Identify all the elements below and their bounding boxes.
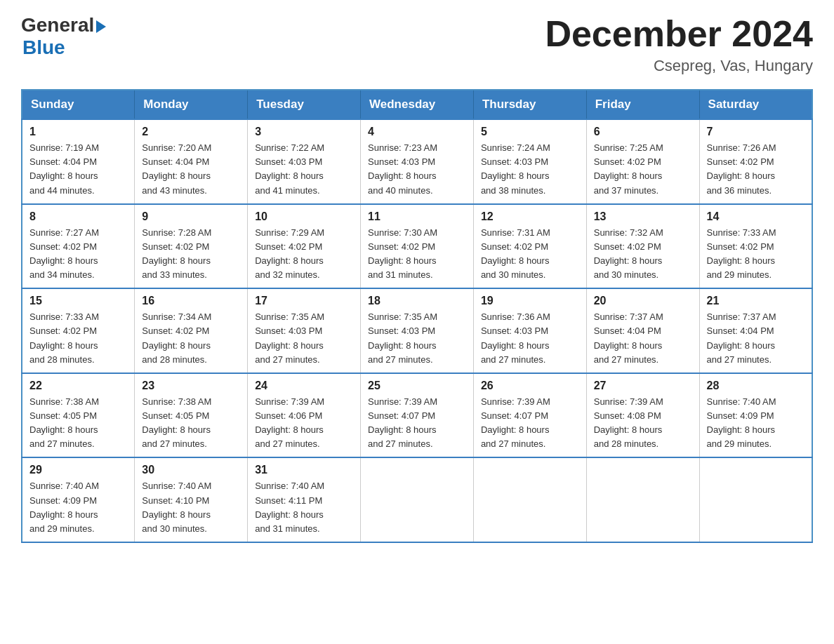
calendar-cell: 12Sunrise: 7:31 AMSunset: 4:02 PMDayligh… [473, 204, 586, 289]
day-number: 4 [368, 126, 466, 138]
calendar-cell: 4Sunrise: 7:23 AMSunset: 4:03 PMDaylight… [361, 119, 474, 204]
day-number: 10 [255, 210, 353, 223]
day-number: 2 [142, 126, 240, 138]
calendar-cell: 18Sunrise: 7:35 AMSunset: 4:03 PMDayligh… [361, 288, 474, 373]
day-info: Sunrise: 7:34 AMSunset: 4:02 PMDaylight:… [142, 310, 240, 367]
day-number: 14 [707, 210, 805, 223]
calendar-week-row: 29Sunrise: 7:40 AMSunset: 4:09 PMDayligh… [22, 457, 812, 542]
day-info: Sunrise: 7:37 AMSunset: 4:04 PMDaylight:… [707, 310, 805, 367]
calendar-table: SundayMondayTuesdayWednesdayThursdayFrid… [21, 89, 813, 543]
day-info: Sunrise: 7:31 AMSunset: 4:02 PMDaylight:… [481, 226, 579, 283]
day-info: Sunrise: 7:19 AMSunset: 4:04 PMDaylight:… [29, 141, 127, 198]
day-info: Sunrise: 7:39 AMSunset: 4:07 PMDaylight:… [368, 395, 466, 452]
day-number: 8 [29, 210, 127, 223]
day-number: 3 [255, 126, 353, 138]
day-info: Sunrise: 7:30 AMSunset: 4:02 PMDaylight:… [368, 226, 466, 283]
col-header-wednesday: Wednesday [361, 90, 474, 119]
col-header-saturday: Saturday [699, 90, 812, 119]
calendar-cell: 28Sunrise: 7:40 AMSunset: 4:09 PMDayligh… [699, 373, 812, 458]
calendar-header-row: SundayMondayTuesdayWednesdayThursdayFrid… [22, 90, 812, 119]
day-info: Sunrise: 7:20 AMSunset: 4:04 PMDaylight:… [142, 141, 240, 198]
day-info: Sunrise: 7:38 AMSunset: 4:05 PMDaylight:… [29, 395, 127, 452]
logo: General Blue [21, 14, 106, 59]
day-info: Sunrise: 7:26 AMSunset: 4:02 PMDaylight:… [707, 141, 805, 198]
page-header: General Blue December 2024 Csepreg, Vas,… [21, 14, 813, 75]
calendar-cell: 22Sunrise: 7:38 AMSunset: 4:05 PMDayligh… [22, 373, 135, 458]
day-info: Sunrise: 7:23 AMSunset: 4:03 PMDaylight:… [368, 141, 466, 198]
day-number: 28 [707, 380, 805, 392]
day-number: 11 [368, 210, 466, 223]
col-header-monday: Monday [135, 90, 248, 119]
day-number: 25 [368, 380, 466, 392]
calendar-cell: 2Sunrise: 7:20 AMSunset: 4:04 PMDaylight… [135, 119, 248, 204]
day-number: 17 [255, 295, 353, 307]
calendar-cell: 16Sunrise: 7:34 AMSunset: 4:02 PMDayligh… [135, 288, 248, 373]
calendar-cell: 3Sunrise: 7:22 AMSunset: 4:03 PMDaylight… [248, 119, 361, 204]
day-number: 1 [29, 126, 127, 138]
calendar-cell: 1Sunrise: 7:19 AMSunset: 4:04 PMDaylight… [22, 119, 135, 204]
calendar-cell: 25Sunrise: 7:39 AMSunset: 4:07 PMDayligh… [361, 373, 474, 458]
day-number: 20 [594, 295, 692, 307]
logo-general-text: General [21, 14, 94, 36]
day-info: Sunrise: 7:29 AMSunset: 4:02 PMDaylight:… [255, 226, 353, 283]
calendar-cell [361, 457, 474, 542]
calendar-cell: 11Sunrise: 7:30 AMSunset: 4:02 PMDayligh… [361, 204, 474, 289]
day-info: Sunrise: 7:35 AMSunset: 4:03 PMDaylight:… [368, 310, 466, 367]
calendar-week-row: 22Sunrise: 7:38 AMSunset: 4:05 PMDayligh… [22, 373, 812, 458]
calendar-cell: 29Sunrise: 7:40 AMSunset: 4:09 PMDayligh… [22, 457, 135, 542]
day-number: 7 [707, 126, 805, 138]
day-info: Sunrise: 7:40 AMSunset: 4:10 PMDaylight:… [142, 479, 240, 536]
calendar-cell: 30Sunrise: 7:40 AMSunset: 4:10 PMDayligh… [135, 457, 248, 542]
day-number: 19 [481, 295, 579, 307]
day-number: 15 [29, 295, 127, 307]
calendar-week-row: 1Sunrise: 7:19 AMSunset: 4:04 PMDaylight… [22, 119, 812, 204]
calendar-cell: 20Sunrise: 7:37 AMSunset: 4:04 PMDayligh… [586, 288, 699, 373]
day-info: Sunrise: 7:39 AMSunset: 4:07 PMDaylight:… [481, 395, 579, 452]
day-info: Sunrise: 7:40 AMSunset: 4:09 PMDaylight:… [707, 395, 805, 452]
day-info: Sunrise: 7:33 AMSunset: 4:02 PMDaylight:… [29, 310, 127, 367]
day-number: 24 [255, 380, 353, 392]
col-header-tuesday: Tuesday [248, 90, 361, 119]
day-info: Sunrise: 7:22 AMSunset: 4:03 PMDaylight:… [255, 141, 353, 198]
day-info: Sunrise: 7:40 AMSunset: 4:11 PMDaylight:… [255, 479, 353, 536]
col-header-thursday: Thursday [473, 90, 586, 119]
day-number: 31 [255, 464, 353, 476]
calendar-cell [586, 457, 699, 542]
day-info: Sunrise: 7:33 AMSunset: 4:02 PMDaylight:… [707, 226, 805, 283]
calendar-week-row: 8Sunrise: 7:27 AMSunset: 4:02 PMDaylight… [22, 204, 812, 289]
day-number: 18 [368, 295, 466, 307]
col-header-friday: Friday [586, 90, 699, 119]
day-info: Sunrise: 7:27 AMSunset: 4:02 PMDaylight:… [29, 226, 127, 283]
day-number: 29 [29, 464, 127, 476]
day-info: Sunrise: 7:37 AMSunset: 4:04 PMDaylight:… [594, 310, 692, 367]
calendar-cell: 9Sunrise: 7:28 AMSunset: 4:02 PMDaylight… [135, 204, 248, 289]
day-info: Sunrise: 7:39 AMSunset: 4:06 PMDaylight:… [255, 395, 353, 452]
day-number: 21 [707, 295, 805, 307]
logo-blue-text: Blue [22, 36, 65, 58]
day-info: Sunrise: 7:36 AMSunset: 4:03 PMDaylight:… [481, 310, 579, 367]
calendar-cell: 21Sunrise: 7:37 AMSunset: 4:04 PMDayligh… [699, 288, 812, 373]
calendar-cell: 8Sunrise: 7:27 AMSunset: 4:02 PMDaylight… [22, 204, 135, 289]
day-number: 16 [142, 295, 240, 307]
calendar-cell: 26Sunrise: 7:39 AMSunset: 4:07 PMDayligh… [473, 373, 586, 458]
title-section: December 2024 Csepreg, Vas, Hungary [545, 14, 813, 75]
calendar-cell: 5Sunrise: 7:24 AMSunset: 4:03 PMDaylight… [473, 119, 586, 204]
day-number: 27 [594, 380, 692, 392]
day-number: 26 [481, 380, 579, 392]
day-number: 5 [481, 126, 579, 138]
day-info: Sunrise: 7:28 AMSunset: 4:02 PMDaylight:… [142, 226, 240, 283]
calendar-week-row: 15Sunrise: 7:33 AMSunset: 4:02 PMDayligh… [22, 288, 812, 373]
calendar-cell: 6Sunrise: 7:25 AMSunset: 4:02 PMDaylight… [586, 119, 699, 204]
day-info: Sunrise: 7:39 AMSunset: 4:08 PMDaylight:… [594, 395, 692, 452]
day-info: Sunrise: 7:32 AMSunset: 4:02 PMDaylight:… [594, 226, 692, 283]
calendar-cell [473, 457, 586, 542]
calendar-cell: 24Sunrise: 7:39 AMSunset: 4:06 PMDayligh… [248, 373, 361, 458]
calendar-cell: 19Sunrise: 7:36 AMSunset: 4:03 PMDayligh… [473, 288, 586, 373]
day-info: Sunrise: 7:38 AMSunset: 4:05 PMDaylight:… [142, 395, 240, 452]
day-info: Sunrise: 7:35 AMSunset: 4:03 PMDaylight:… [255, 310, 353, 367]
calendar-cell: 13Sunrise: 7:32 AMSunset: 4:02 PMDayligh… [586, 204, 699, 289]
day-info: Sunrise: 7:25 AMSunset: 4:02 PMDaylight:… [594, 141, 692, 198]
calendar-cell: 17Sunrise: 7:35 AMSunset: 4:03 PMDayligh… [248, 288, 361, 373]
logo-arrow-icon [96, 20, 106, 33]
day-number: 9 [142, 210, 240, 223]
